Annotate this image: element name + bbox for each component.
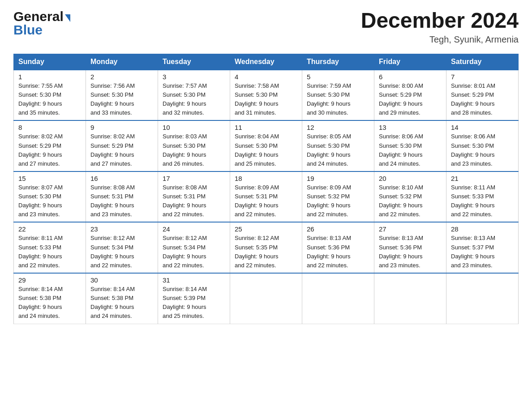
day-info: Sunrise: 8:08 AMSunset: 5:31 PMDaylight:… — [163, 183, 225, 219]
calendar-cell: 8Sunrise: 8:02 AMSunset: 5:29 PMDaylight… — [14, 120, 86, 171]
day-number: 11 — [235, 124, 297, 131]
month-title: December 2024 — [361, 9, 519, 33]
calendar-cell: 4Sunrise: 7:58 AMSunset: 5:30 PMDaylight… — [230, 70, 302, 121]
day-number: 19 — [307, 175, 369, 182]
day-number: 30 — [90, 276, 153, 284]
day-number: 7 — [451, 73, 514, 81]
day-number: 27 — [379, 225, 442, 233]
day-info: Sunrise: 8:06 AMSunset: 5:30 PMDaylight:… — [451, 132, 514, 168]
calendar-cell: 2Sunrise: 7:56 AMSunset: 5:30 PMDaylight… — [86, 70, 158, 121]
calendar-cell: 17Sunrise: 8:08 AMSunset: 5:31 PMDayligh… — [158, 171, 230, 223]
day-info: Sunrise: 8:14 AMSunset: 5:38 PMDaylight:… — [18, 285, 81, 321]
day-number: 1 — [18, 73, 81, 81]
day-info: Sunrise: 7:56 AMSunset: 5:30 PMDaylight:… — [90, 81, 153, 118]
day-number: 31 — [163, 276, 225, 284]
col-saturday: Saturday — [446, 54, 519, 70]
day-info: Sunrise: 8:07 AMSunset: 5:30 PMDaylight:… — [18, 183, 81, 219]
title-block: December 2024 Tegh, Syunik, Armenia — [361, 9, 519, 45]
day-number: 25 — [235, 225, 297, 233]
calendar-cell: 13Sunrise: 8:06 AMSunset: 5:30 PMDayligh… — [374, 120, 446, 171]
day-info: Sunrise: 8:00 AMSunset: 5:29 PMDaylight:… — [379, 81, 442, 118]
day-info: Sunrise: 8:08 AMSunset: 5:31 PMDaylight:… — [90, 183, 153, 219]
calendar-cell: 31Sunrise: 8:14 AMSunset: 5:39 PMDayligh… — [158, 273, 230, 324]
day-info: Sunrise: 8:11 AMSunset: 5:33 PMDaylight:… — [18, 234, 81, 270]
calendar-cell: 24Sunrise: 8:12 AMSunset: 5:34 PMDayligh… — [158, 222, 230, 273]
calendar-cell: 9Sunrise: 8:02 AMSunset: 5:29 PMDaylight… — [86, 120, 158, 171]
calendar-week-row: 8Sunrise: 8:02 AMSunset: 5:29 PMDaylight… — [14, 120, 519, 171]
day-number: 20 — [379, 175, 442, 182]
calendar-cell: 15Sunrise: 8:07 AMSunset: 5:30 PMDayligh… — [14, 171, 86, 223]
calendar-cell: 29Sunrise: 8:14 AMSunset: 5:38 PMDayligh… — [14, 273, 86, 324]
day-number: 5 — [307, 73, 369, 81]
day-info: Sunrise: 8:04 AMSunset: 5:30 PMDaylight:… — [235, 132, 297, 168]
day-number: 4 — [235, 73, 297, 81]
day-info: Sunrise: 8:14 AMSunset: 5:38 PMDaylight:… — [90, 285, 153, 321]
day-info: Sunrise: 8:13 AMSunset: 5:36 PMDaylight:… — [379, 234, 442, 270]
calendar-cell: 11Sunrise: 8:04 AMSunset: 5:30 PMDayligh… — [230, 120, 302, 171]
page-header: General Blue December 2024 Tegh, Syunik,… — [13, 9, 519, 45]
day-info: Sunrise: 7:58 AMSunset: 5:30 PMDaylight:… — [235, 81, 297, 118]
day-number: 23 — [90, 225, 153, 233]
day-info: Sunrise: 8:14 AMSunset: 5:39 PMDaylight:… — [163, 285, 225, 321]
calendar-week-row: 29Sunrise: 8:14 AMSunset: 5:38 PMDayligh… — [14, 273, 519, 324]
day-number: 18 — [235, 175, 297, 182]
logo-arrow-icon — [65, 14, 70, 22]
day-info: Sunrise: 8:12 AMSunset: 5:34 PMDaylight:… — [90, 234, 153, 270]
col-thursday: Thursday — [302, 54, 374, 70]
logo: General Blue — [13, 9, 70, 38]
day-info: Sunrise: 8:12 AMSunset: 5:35 PMDaylight:… — [235, 234, 297, 270]
calendar-week-row: 15Sunrise: 8:07 AMSunset: 5:30 PMDayligh… — [14, 171, 519, 223]
day-info: Sunrise: 8:10 AMSunset: 5:32 PMDaylight:… — [379, 183, 442, 219]
calendar-cell: 25Sunrise: 8:12 AMSunset: 5:35 PMDayligh… — [230, 222, 302, 273]
calendar-cell — [374, 273, 446, 324]
calendar-cell: 3Sunrise: 7:57 AMSunset: 5:30 PMDaylight… — [158, 70, 230, 121]
col-friday: Friday — [374, 54, 446, 70]
calendar-cell: 19Sunrise: 8:09 AMSunset: 5:32 PMDayligh… — [302, 171, 374, 223]
calendar-cell: 18Sunrise: 8:09 AMSunset: 5:31 PMDayligh… — [230, 171, 302, 223]
day-info: Sunrise: 7:55 AMSunset: 5:30 PMDaylight:… — [18, 81, 81, 118]
day-number: 22 — [18, 225, 81, 233]
calendar-cell: 5Sunrise: 7:59 AMSunset: 5:30 PMDaylight… — [302, 70, 374, 121]
day-info: Sunrise: 7:59 AMSunset: 5:30 PMDaylight:… — [307, 81, 369, 118]
day-number: 21 — [451, 175, 514, 182]
calendar-cell: 6Sunrise: 8:00 AMSunset: 5:29 PMDaylight… — [374, 70, 446, 121]
col-sunday: Sunday — [14, 54, 86, 70]
day-info: Sunrise: 8:02 AMSunset: 5:29 PMDaylight:… — [90, 132, 153, 168]
calendar-cell: 16Sunrise: 8:08 AMSunset: 5:31 PMDayligh… — [86, 171, 158, 223]
logo-blue: Blue — [13, 22, 70, 38]
day-number: 15 — [18, 175, 81, 182]
day-number: 29 — [18, 276, 81, 284]
day-number: 24 — [163, 225, 225, 233]
day-info: Sunrise: 8:06 AMSunset: 5:30 PMDaylight:… — [379, 132, 442, 168]
calendar-cell: 1Sunrise: 7:55 AMSunset: 5:30 PMDaylight… — [14, 70, 86, 121]
calendar-cell: 14Sunrise: 8:06 AMSunset: 5:30 PMDayligh… — [446, 120, 519, 171]
col-monday: Monday — [86, 54, 158, 70]
day-number: 3 — [163, 73, 225, 81]
calendar-cell: 20Sunrise: 8:10 AMSunset: 5:32 PMDayligh… — [374, 171, 446, 223]
day-number: 2 — [90, 73, 153, 81]
day-number: 8 — [18, 124, 81, 131]
calendar-week-row: 1Sunrise: 7:55 AMSunset: 5:30 PMDaylight… — [14, 70, 519, 121]
day-info: Sunrise: 8:05 AMSunset: 5:30 PMDaylight:… — [307, 132, 369, 168]
day-number: 14 — [451, 124, 514, 131]
day-info: Sunrise: 8:01 AMSunset: 5:29 PMDaylight:… — [451, 81, 514, 118]
calendar-cell — [230, 273, 302, 324]
day-info: Sunrise: 8:09 AMSunset: 5:32 PMDaylight:… — [307, 183, 369, 219]
day-number: 10 — [163, 124, 225, 131]
day-number: 26 — [307, 225, 369, 233]
calendar-cell: 28Sunrise: 8:13 AMSunset: 5:37 PMDayligh… — [446, 222, 519, 273]
calendar-cell: 23Sunrise: 8:12 AMSunset: 5:34 PMDayligh… — [86, 222, 158, 273]
day-number: 16 — [90, 175, 153, 182]
calendar-week-row: 22Sunrise: 8:11 AMSunset: 5:33 PMDayligh… — [14, 222, 519, 273]
day-info: Sunrise: 8:09 AMSunset: 5:31 PMDaylight:… — [235, 183, 297, 219]
day-number: 13 — [379, 124, 442, 131]
col-tuesday: Tuesday — [158, 54, 230, 70]
calendar-header-row: Sunday Monday Tuesday Wednesday Thursday… — [14, 54, 519, 70]
day-info: Sunrise: 8:11 AMSunset: 5:33 PMDaylight:… — [451, 183, 514, 219]
day-number: 12 — [307, 124, 369, 131]
calendar-cell: 22Sunrise: 8:11 AMSunset: 5:33 PMDayligh… — [14, 222, 86, 273]
calendar-cell: 27Sunrise: 8:13 AMSunset: 5:36 PMDayligh… — [374, 222, 446, 273]
day-info: Sunrise: 8:13 AMSunset: 5:36 PMDaylight:… — [307, 234, 369, 270]
calendar-cell — [302, 273, 374, 324]
calendar-cell: 10Sunrise: 8:03 AMSunset: 5:30 PMDayligh… — [158, 120, 230, 171]
